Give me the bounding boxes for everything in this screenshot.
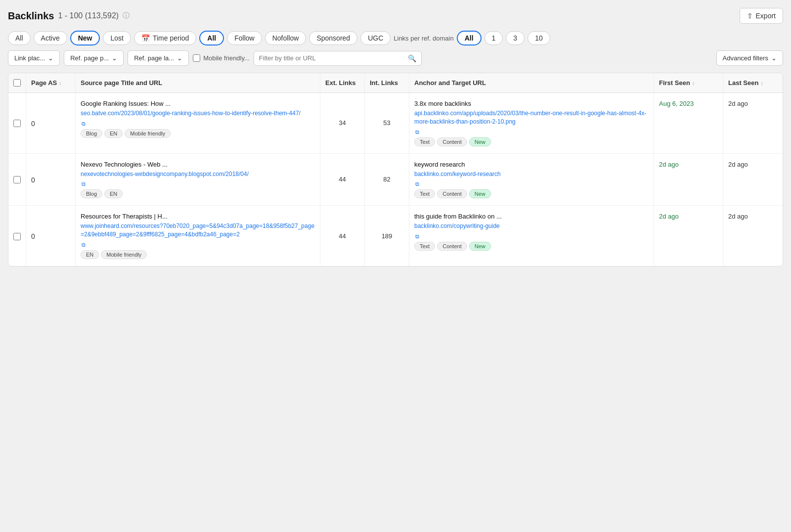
source-url-3[interactable]: www.joinheard.com/resources?70eb7020_pag… xyxy=(81,222,315,239)
first-seen-value-3: 2d ago xyxy=(659,213,718,220)
anchor-tag-new-2: New xyxy=(469,189,491,198)
ref-page-la-dropdown[interactable]: Ref. page la... ⌄ xyxy=(128,50,189,66)
anchor-tags-2: Text Content New xyxy=(414,189,649,198)
filter-all-linktype[interactable]: All xyxy=(199,31,224,45)
td-checkbox-3[interactable] xyxy=(8,206,26,266)
page-as-value-2: 0 xyxy=(31,176,35,184)
td-ext-links-1: 34 xyxy=(320,93,365,153)
tag-en-3: EN xyxy=(81,250,99,259)
row-checkbox-1[interactable] xyxy=(13,120,21,127)
info-icon[interactable]: ⓘ xyxy=(123,11,130,20)
row-checkbox-3[interactable] xyxy=(13,233,21,240)
tag-en-2: EN xyxy=(104,189,123,198)
page-count: 1 - 100 (113,592) xyxy=(58,11,119,20)
th-checkbox xyxy=(8,73,26,92)
ext-link-icon-3: ⧉ xyxy=(82,242,315,248)
search-box[interactable]: 🔍 xyxy=(254,51,422,66)
td-anchor-1: 3.8x more backlinks api.backlinko.com/ap… xyxy=(409,93,654,153)
td-first-seen-2: 2d ago xyxy=(654,154,723,206)
anchor-url-1[interactable]: api.backlinko.com/app/uploads/2020/03/th… xyxy=(414,109,649,126)
filter-lost-status[interactable]: Lost xyxy=(103,31,131,45)
th-int-links: Int. Links xyxy=(365,73,409,92)
links-per-1[interactable]: 1 xyxy=(484,31,503,45)
anchor-tag-content-2: Content xyxy=(437,189,467,198)
th-last-seen: Last Seen ↕ xyxy=(723,73,783,92)
export-button[interactable]: ⇧ Export xyxy=(740,8,783,24)
table-row: 0 Google Ranking Issues: How ... seo.bat… xyxy=(8,93,783,154)
th-page-as: Page AS ↕ xyxy=(26,73,76,92)
source-title-2: Nexevo Technologies - Web ... xyxy=(81,161,315,168)
chevron-down-icon-2: ⌄ xyxy=(112,54,117,62)
source-url-2[interactable]: nexevotechnologies-webdesigncompany.blog… xyxy=(81,170,315,178)
search-input[interactable] xyxy=(259,54,405,62)
anchor-tag-text-3: Text xyxy=(414,242,435,251)
time-period-button[interactable]: 📅 Time period xyxy=(134,31,196,45)
mobile-friendly-checkbox-group[interactable]: Mobile friendly... xyxy=(193,54,250,62)
links-per-3[interactable]: 3 xyxy=(506,31,525,45)
mobile-friendly-checkbox[interactable] xyxy=(193,54,200,62)
filter-sponsored[interactable]: Sponsored xyxy=(309,31,357,45)
table-header: Page AS ↕ Source page Title and URL Ext.… xyxy=(8,73,783,93)
links-per-label: Links per ref. domain xyxy=(394,35,453,42)
source-url-1[interactable]: seo.batve.com/2023/08/01/google-ranking-… xyxy=(81,109,315,118)
th-int-links-label: Int. Links xyxy=(370,79,398,87)
filter-ugc[interactable]: UGC xyxy=(360,31,391,45)
anchor-tag-content-3: Content xyxy=(437,242,467,251)
filter-follow[interactable]: Follow xyxy=(227,31,262,45)
ext-link-icon-1: ⧉ xyxy=(82,121,315,127)
row-checkbox-2[interactable] xyxy=(13,176,21,183)
last-seen-value-3: 2d ago xyxy=(728,213,778,220)
source-tags-2: Blog EN xyxy=(81,189,315,198)
sort-icon-last-seen[interactable]: ↕ xyxy=(760,80,763,86)
links-per-all[interactable]: All xyxy=(457,31,482,45)
td-anchor-3: this guide from Backlinko on ... backlin… xyxy=(409,206,654,266)
anchor-url-3[interactable]: backlinko.com/copywriting-guide xyxy=(414,222,649,230)
tag-blog-1: Blog xyxy=(81,129,102,138)
source-tags-3: EN Mobile friendly xyxy=(81,250,315,259)
filter-row-2: Link plac... ⌄ Ref. page p... ⌄ Ref. pag… xyxy=(8,50,783,66)
ref-page-p-dropdown[interactable]: Ref. page p... ⌄ xyxy=(64,50,124,66)
td-source-1: Google Ranking Issues: How ... seo.batve… xyxy=(76,93,320,153)
th-first-seen-label: First Seen xyxy=(659,79,690,87)
select-all-checkbox[interactable] xyxy=(13,79,21,87)
td-first-seen-1: Aug 6, 2023 xyxy=(654,93,723,153)
last-seen-value-2: 2d ago xyxy=(728,161,778,168)
int-links-value-1: 53 xyxy=(383,119,390,127)
anchor-text-2: keyword research xyxy=(414,161,649,168)
th-source-page: Source page Title and URL xyxy=(76,73,320,92)
anchor-tag-new-1: New xyxy=(469,137,491,146)
chevron-down-icon-3: ⌄ xyxy=(177,54,182,62)
first-seen-value-1: Aug 6, 2023 xyxy=(659,100,718,107)
td-page-as-2: 0 xyxy=(26,154,76,206)
td-int-links-1: 53 xyxy=(365,93,409,153)
td-first-seen-3: 2d ago xyxy=(654,206,723,266)
th-anchor: Anchor and Target URL xyxy=(409,73,654,92)
anchor-url-2[interactable]: backlinko.com/keyword-research xyxy=(414,170,649,178)
td-page-as-1: 0 xyxy=(26,93,76,153)
ref-page-la-label: Ref. page la... xyxy=(134,54,174,62)
td-last-seen-2: 2d ago xyxy=(723,154,783,206)
filter-new-status[interactable]: New xyxy=(70,31,100,45)
tag-en-1: EN xyxy=(104,129,123,138)
links-per-10[interactable]: 10 xyxy=(527,31,550,45)
anchor-tag-text-1: Text xyxy=(414,137,435,146)
backlinks-table: Page AS ↕ Source page Title and URL Ext.… xyxy=(8,73,783,266)
link-placement-dropdown[interactable]: Link plac... ⌄ xyxy=(8,50,60,66)
source-title-3: Resources for Therapists | H... xyxy=(81,213,315,220)
td-ext-links-3: 44 xyxy=(320,206,365,266)
td-source-2: Nexevo Technologies - Web ... nexevotech… xyxy=(76,154,320,206)
sort-icon-page-as[interactable]: ↕ xyxy=(59,80,62,86)
advanced-filters-button[interactable]: Advanced filters ⌄ xyxy=(716,50,784,66)
sort-icon-first-seen[interactable]: ↕ xyxy=(692,80,695,86)
td-checkbox-1[interactable] xyxy=(8,93,26,153)
anchor-text-1: 3.8x more backlinks xyxy=(414,100,649,107)
search-icon: 🔍 xyxy=(408,54,416,62)
tag-mobile-1: Mobile friendly xyxy=(125,129,171,138)
td-checkbox-2[interactable] xyxy=(8,154,26,206)
filter-nofollow[interactable]: Nofollow xyxy=(265,31,307,45)
table-row: 0 Resources for Therapists | H... www.jo… xyxy=(8,206,783,266)
filter-all-status[interactable]: All xyxy=(8,31,31,45)
ext-links-value-1: 34 xyxy=(339,119,346,127)
chevron-down-icon-4: ⌄ xyxy=(771,54,777,62)
filter-active-status[interactable]: Active xyxy=(34,31,67,45)
